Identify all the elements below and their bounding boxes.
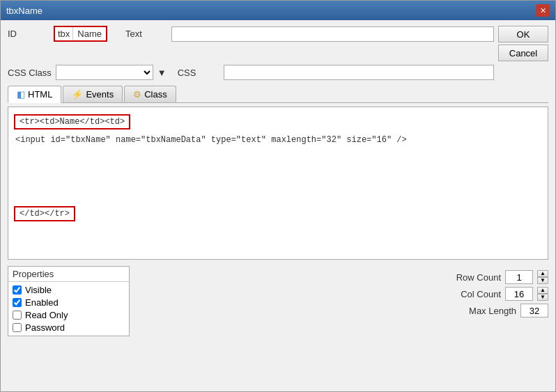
prop-readonly: Read Only (13, 310, 125, 320)
html-line-2: <input id="tbxName" name="tbxNameData" t… (11, 134, 545, 146)
readonly-label: Read Only (25, 310, 68, 320)
prop-visible: Visible (13, 285, 125, 295)
id-name: Name (73, 27, 106, 40)
visible-label: Visible (25, 285, 52, 295)
col-count-up[interactable]: ▲ (537, 287, 548, 294)
id-field-group: tbx Name (54, 26, 107, 42)
html-tab-label: HTML (28, 89, 52, 100)
readonly-checkbox[interactable] (13, 311, 22, 320)
tab-events[interactable]: ⚡ Events (63, 86, 123, 102)
enabled-label: Enabled (25, 297, 59, 308)
properties-panel: Properties Visible Enabled Read Only (8, 266, 130, 336)
class-tab-label: Class (144, 89, 167, 100)
html-editor: <tr><td>Name</td><td> <input id="tbxName… (8, 107, 548, 260)
properties-title: Properties (8, 267, 129, 282)
tabs-row: ◧ HTML ⚡ Events ⚙ Class (8, 85, 548, 103)
row-count-up[interactable]: ▲ (537, 270, 548, 277)
enabled-checkbox[interactable] (13, 298, 22, 307)
tab-class[interactable]: ⚙ Class (124, 86, 176, 102)
password-checkbox[interactable] (13, 323, 22, 332)
visible-checkbox[interactable] (13, 285, 22, 295)
row-count-row: Row Count ▲ ▼ (445, 270, 548, 284)
bottom-section: Properties Visible Enabled Read Only (8, 266, 548, 336)
col-count-input[interactable] (505, 287, 533, 301)
html-line-1: <tr><td>Name</td><td> (14, 114, 130, 130)
id-label: ID (8, 29, 49, 39)
prop-password: Password (13, 322, 125, 333)
text-label: Text (125, 29, 167, 39)
max-length-label: Max Length (461, 306, 516, 316)
title-bar: tbxName ✕ (1, 1, 555, 20)
properties-items: Visible Enabled Read Only Password (8, 282, 129, 336)
cancel-button[interactable]: Cancel (498, 45, 548, 61)
id-prefix: tbx (55, 27, 73, 40)
row-count-input[interactable] (505, 270, 533, 284)
css-dropdown-icon[interactable]: ▼ (157, 68, 167, 78)
col-count-down[interactable]: ▼ (537, 294, 548, 301)
max-length-input[interactable] (520, 304, 548, 317)
css-class-label: CSS Class (8, 68, 52, 78)
counts-section: Row Count ▲ ▼ Col Count ▲ ▼ Ma (137, 266, 548, 317)
col-count-label: Col Count (445, 289, 501, 299)
css-class-select[interactable] (56, 65, 153, 80)
prop-enabled: Enabled (13, 297, 125, 308)
content-area: ID tbx Name Text OK Cancel CSS Class ▼ C… (1, 20, 555, 391)
events-tab-label: Events (86, 89, 114, 100)
row-count-down[interactable]: ▼ (537, 277, 548, 284)
close-icon: ✕ (540, 6, 546, 15)
max-length-row: Max Length (461, 304, 548, 317)
css-label: CSS (178, 68, 219, 78)
main-window: tbxName ✕ ID tbx Name Text OK Cancel (0, 0, 556, 392)
password-label: Password (25, 322, 65, 333)
action-buttons: OK Cancel (498, 26, 548, 61)
html-line-3: </td></tr> (14, 206, 75, 221)
tab-html[interactable]: ◧ HTML (8, 86, 61, 103)
row-count-spinner: ▲ ▼ (537, 270, 548, 284)
col-count-row: Col Count ▲ ▼ (445, 287, 548, 301)
close-button[interactable]: ✕ (536, 4, 550, 17)
class-tab-icon: ⚙ (133, 89, 141, 100)
col-count-spinner: ▲ ▼ (537, 287, 548, 301)
html-tab-icon: ◧ (17, 89, 25, 100)
css-input[interactable] (224, 65, 494, 80)
row-count-label: Row Count (445, 272, 501, 283)
ok-button[interactable]: OK (498, 26, 548, 42)
window-title: tbxName (6, 6, 43, 16)
text-input[interactable] (171, 26, 494, 42)
events-tab-icon: ⚡ (72, 89, 83, 100)
